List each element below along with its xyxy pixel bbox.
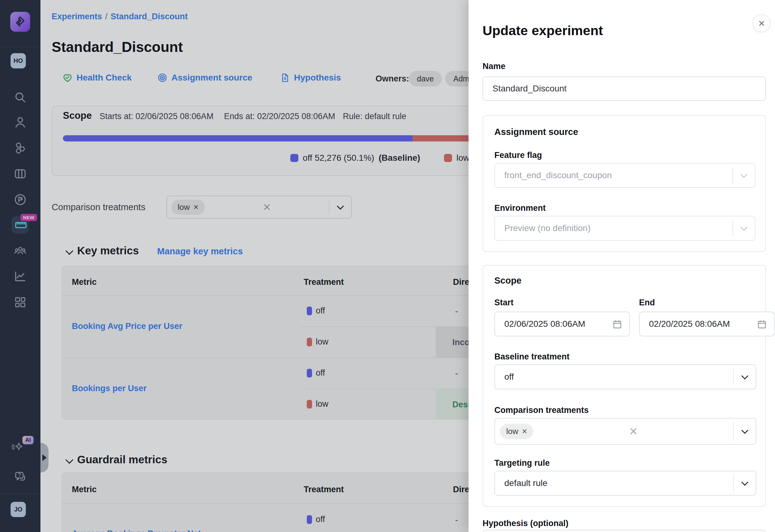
targeting-rule-label: Targeting rule	[494, 458, 550, 468]
chevron-down-icon[interactable]	[734, 374, 756, 379]
end-date-value: 02/20/2025 08:06AM	[649, 319, 730, 329]
clear-selection-icon[interactable]	[624, 427, 643, 435]
chevron-down-icon	[733, 173, 755, 178]
baseline-treatment-select[interactable]: off	[494, 364, 756, 389]
environment-select[interactable]: Preview (no definition)	[494, 216, 755, 241]
name-input[interactable]: Standard_Discount	[483, 76, 766, 101]
start-label: Start	[494, 298, 514, 308]
comparison-treatments-label: Comparison treatments	[494, 405, 589, 415]
tag-remove-icon[interactable]	[522, 429, 527, 434]
targeting-rule-value: default rule	[504, 478, 548, 488]
baseline-treatment-label: Baseline treatment	[494, 352, 570, 362]
panel-tag-low-label: low	[506, 427, 518, 436]
environment-label: Environment	[494, 203, 546, 213]
scope-heading: Scope	[494, 275, 522, 286]
chevron-down-icon[interactable]	[734, 429, 756, 434]
assignment-source-heading: Assignment source	[494, 127, 578, 137]
scope-card: Scope Start End 02/06/2025 08:06AM 02/20…	[483, 265, 766, 507]
chevron-down-icon	[733, 226, 755, 231]
feature-flag-label: Feature flag	[494, 150, 542, 160]
end-date-input[interactable]: 02/20/2025 08:06AM	[639, 312, 775, 336]
close-icon	[758, 19, 766, 27]
update-experiment-panel: Update experiment Name Standard_Discount…	[469, 0, 775, 532]
baseline-treatment-value: off	[504, 372, 514, 382]
name-value: Standard_Discount	[493, 84, 567, 94]
chevron-down-icon[interactable]	[734, 481, 756, 486]
modal-dim-overlay[interactable]	[0, 0, 469, 532]
hypothesis-textarea[interactable]	[483, 530, 766, 532]
end-label: End	[639, 298, 655, 308]
environment-value: Preview (no definition)	[504, 223, 591, 233]
assignment-source-card: Assignment source Feature flag front_end…	[483, 115, 766, 252]
calendar-icon[interactable]	[612, 319, 623, 329]
name-label: Name	[483, 62, 506, 71]
feature-flag-select[interactable]: front_end_discount_coupon	[494, 163, 755, 188]
start-date-input[interactable]: 02/06/2025 08:06AM	[494, 312, 630, 336]
targeting-rule-select[interactable]: default rule	[494, 471, 756, 496]
start-date-value: 02/06/2025 08:06AM	[504, 319, 585, 329]
calendar-icon[interactable]	[757, 319, 767, 329]
close-button[interactable]	[753, 14, 771, 32]
hypothesis-optional-label: Hypothesis (optional)	[483, 519, 569, 528]
panel-title: Update experiment	[483, 23, 603, 38]
panel-tag-low[interactable]: low	[500, 424, 533, 439]
comparison-treatments-multiselect[interactable]: low	[494, 418, 756, 445]
feature-flag-value: front_end_discount_coupon	[504, 170, 612, 180]
